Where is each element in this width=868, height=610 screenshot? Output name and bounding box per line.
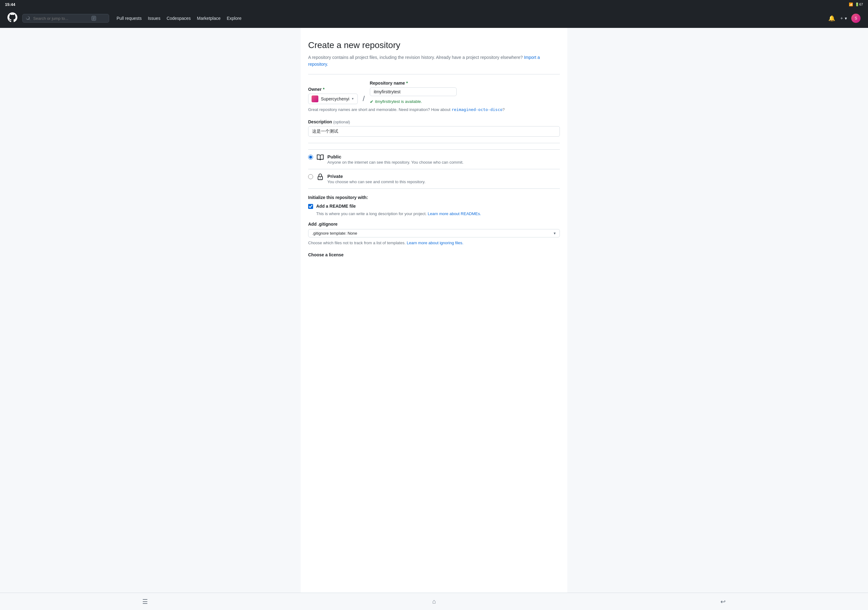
private-text: Private You choose who can see and commi… [327,173,426,184]
status-icons: 📶 🔋67 [849,3,863,6]
status-bar: 15:44 📶 🔋67 [0,0,868,9]
status-time: 15:44 [5,2,15,7]
owner-avatar-icon [312,96,318,102]
public-radio[interactable] [308,155,313,159]
nav-issues[interactable]: Issues [148,16,160,21]
suggestion-text: Great repository names are short and mem… [308,107,560,113]
nav-marketplace[interactable]: Marketplace [197,16,220,21]
availability-text: itmyfirsttrytest is available. [375,99,422,104]
github-logo[interactable] [8,12,17,25]
visibility-public-option: Public Anyone on the internet can see th… [308,149,560,169]
nav-codespaces[interactable]: Codespaces [166,16,191,21]
license-section: Choose a license [308,252,560,257]
repo-name-input[interactable] [370,87,457,96]
slash-separator: / [363,95,365,102]
bottom-bar: ☰ ⌂ ↩ [0,593,868,610]
check-icon: ✔ [370,99,374,104]
owner-group: Owner * Supercychenyi ▾ [308,87,358,104]
repo-name-label: Repository name * [370,81,457,85]
navbar-right: 🔔 ＋ ▾ S [828,14,860,23]
book-icon [317,154,324,163]
owner-caret-icon: ▾ [352,97,354,101]
init-section: Initialize this repository with: Add a R… [308,195,560,217]
gitignore-caret-icon: ▾ [554,231,556,235]
nav-explore[interactable]: Explore [227,16,242,21]
license-title: Choose a license [308,252,560,257]
battery-icon: 🔋67 [855,3,863,6]
readme-learn-more-link[interactable]: Learn more about READMEs. [428,211,481,216]
readme-checkbox[interactable] [308,204,313,209]
repo-name-group: Repository name * ✔ itmyfirsttrytest is … [370,81,457,104]
back-icon[interactable]: ↩ [718,595,728,608]
gitignore-select-label: .gitignore template: None [312,231,357,235]
owner-repo-row: Owner * Supercychenyi ▾ / Repository nam… [308,81,560,104]
owner-dropdown[interactable]: Supercychenyi ▾ [308,94,358,104]
navbar: / Pull requests Issues Codespaces Market… [0,9,868,28]
nav-pull-requests[interactable]: Pull requests [116,16,142,21]
menu-icon[interactable]: ☰ [140,595,150,608]
user-avatar[interactable]: S [851,14,860,23]
readme-label[interactable]: Add a README file [316,204,356,209]
description-label: Description (optional) [308,119,560,124]
search-icon [26,16,31,21]
visibility-section: Public Anyone on the internet can see th… [308,149,560,189]
page-subtitle: A repository contains all project files,… [308,54,560,68]
gitignore-desc: Choose which files not to track from a l… [308,240,560,246]
readme-desc: This is where you can write a long descr… [316,211,560,217]
plus-icon: ＋ [840,15,844,21]
lock-icon [317,173,324,182]
public-text: Public Anyone on the internet can see th… [327,154,463,164]
main-content: Create a new repository A repository con… [301,28,567,610]
gitignore-learn-more-link[interactable]: Learn more about ignoring files. [407,240,463,245]
private-radio[interactable] [308,174,313,179]
navbar-links: Pull requests Issues Codespaces Marketpl… [116,16,242,21]
create-new-button[interactable]: ＋ ▾ [840,15,847,21]
init-title: Initialize this repository with: [308,195,560,200]
availability-check: ✔ itmyfirsttrytest is available. [370,99,457,104]
readme-checkbox-row: Add a README file [308,204,560,209]
avatar-initial: S [855,16,857,20]
network-icon: 📶 [849,3,853,6]
search-bar[interactable]: / [22,14,109,23]
slash-key: / [91,16,96,21]
owner-label: Owner * [308,87,358,92]
plus-caret: ▾ [845,16,847,21]
search-input[interactable] [33,16,89,21]
notifications-button[interactable]: 🔔 [828,15,835,22]
divider-top [308,74,560,74]
gitignore-title: Add .gitignore [308,221,560,227]
visibility-private-option: Private You choose who can see and commi… [308,169,560,189]
gitignore-dropdown[interactable]: .gitignore template: None ▾ [308,229,560,237]
description-input[interactable] [308,126,560,137]
owner-name: Supercychenyi [321,96,349,101]
suggestion-name-link[interactable]: reimagined-octo-disco [451,107,502,112]
description-group: Description (optional) [308,119,560,137]
gitignore-section: Add .gitignore .gitignore template: None… [308,221,560,246]
divider-visibility [308,143,560,143]
page-title: Create a new repository [308,40,560,50]
home-icon[interactable]: ⌂ [430,595,438,607]
